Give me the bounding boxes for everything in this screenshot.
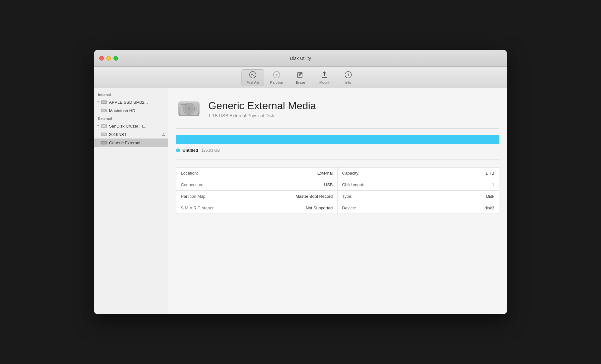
smart-label: S.M.A.R.T. status: xyxy=(181,206,214,210)
info-table: Location: External Capacity: 1 TB Connec… xyxy=(176,167,499,214)
main-content: Internal ▼ APPLE SSD SM02... xyxy=(94,88,507,314)
first-aid-label: First Aid xyxy=(246,81,259,84)
partition-map-label: Partition Map: xyxy=(181,194,207,199)
partition-map-value: Master Boot Record xyxy=(295,194,333,199)
device-label: Device: xyxy=(342,206,356,210)
window-title: Disk Utility xyxy=(290,56,311,61)
eject-icon[interactable]: ⏏ xyxy=(162,132,165,137)
2016nbt-label: 2016NBT xyxy=(109,132,127,137)
info-row-1: Location: External Capacity: 1 TB xyxy=(176,168,499,179)
info-icon xyxy=(344,71,352,80)
child-count-label: Child count: xyxy=(342,182,364,187)
macintosh-hd-label: Macintosh HD xyxy=(109,108,135,113)
svg-point-11 xyxy=(348,73,349,73)
info-cell-connection: Connection: USB xyxy=(176,179,338,190)
svg-point-15 xyxy=(105,102,106,102)
erase-icon xyxy=(297,71,304,80)
mount-icon xyxy=(320,71,328,80)
capacity-value: 1 TB xyxy=(486,171,494,176)
info-cell-child-count: Child count: 1 xyxy=(338,179,499,190)
usb-volume-icon xyxy=(101,132,107,137)
partition-label: Partition xyxy=(270,81,283,84)
connection-value: USB xyxy=(324,182,333,187)
connection-label: Connection: xyxy=(181,182,203,187)
info-cell-location: Location: External xyxy=(176,168,338,179)
smart-value: Not Supported xyxy=(306,206,333,210)
toolbar-mount-button[interactable]: Mount xyxy=(313,69,336,86)
title-bar: Disk Utility xyxy=(94,50,507,67)
type-value: Disk xyxy=(486,194,494,199)
toolbar-partition-button[interactable]: Partition xyxy=(265,69,288,86)
erase-label: Erase xyxy=(296,81,305,84)
usb-drive-icon xyxy=(101,123,107,129)
drive-icon xyxy=(101,100,107,105)
minimize-button[interactable] xyxy=(106,56,111,61)
internal-section-label: Internal xyxy=(94,91,168,98)
external-volume-icon xyxy=(101,140,107,145)
sidebar-item-2016nbt[interactable]: 2016NBT ⏏ xyxy=(94,130,168,139)
sidebar-item-generic-external[interactable]: Generic External... xyxy=(94,139,168,147)
info-row-4: S.M.A.R.T. status: Not Supported Device:… xyxy=(176,202,499,214)
partition-bar xyxy=(176,135,499,144)
info-cell-smart: S.M.A.R.T. status: Not Supported xyxy=(176,202,338,214)
location-value: External xyxy=(317,171,333,176)
disk-image xyxy=(176,96,202,122)
child-count-value: 1 xyxy=(492,182,494,187)
volume-icon xyxy=(101,108,107,113)
maximize-button[interactable] xyxy=(113,56,118,61)
svg-point-31 xyxy=(188,108,190,110)
toolbar: First Aid Partition xyxy=(94,67,507,88)
close-button[interactable] xyxy=(99,56,104,61)
device-value: disk3 xyxy=(485,206,494,210)
expand-triangle-sandisk-icon: ▼ xyxy=(97,125,99,128)
disk-header: Generic External Media 1 TB USB External… xyxy=(176,96,499,129)
sidebar-item-sandisk[interactable]: ▼ SanDisk Cruzer Fi... xyxy=(94,122,168,130)
partition-legend: Untitled 125.03 GB xyxy=(176,148,499,153)
expand-triangle-icon: ▼ xyxy=(97,101,99,104)
info-cell-capacity: Capacity: 1 TB xyxy=(338,168,499,179)
legend-dot xyxy=(176,148,180,152)
info-row-2: Connection: USB Child count: 1 xyxy=(176,179,499,191)
info-cell-partition-map: Partition Map: Master Boot Record xyxy=(176,191,338,202)
detail-panel: Generic External Media 1 TB USB External… xyxy=(168,88,507,314)
partition-section: Untitled 125.03 GB xyxy=(176,135,499,159)
partition-size: 125.03 GB xyxy=(201,148,220,153)
sandisk-label: SanDisk Cruzer Fi... xyxy=(109,124,146,129)
info-row-3: Partition Map: Master Boot Record Type: … xyxy=(176,191,499,202)
info-cell-device: Device: disk3 xyxy=(338,202,499,214)
window-controls xyxy=(99,56,118,61)
svg-rect-25 xyxy=(102,142,106,144)
info-label: Info xyxy=(345,81,351,84)
external-section-label: External xyxy=(94,115,168,122)
info-cell-type: Type: Disk xyxy=(338,191,499,202)
svg-point-18 xyxy=(105,110,106,111)
sidebar-item-macintosh-hd[interactable]: Macintosh HD xyxy=(94,106,168,115)
sidebar: Internal ▼ APPLE SSD SM02... xyxy=(94,88,168,314)
toolbar-info-button[interactable]: Info xyxy=(337,69,360,86)
disk-subtitle: 1 TB USB External Physical Disk xyxy=(208,113,316,118)
disk-info: Generic External Media 1 TB USB External… xyxy=(208,100,316,118)
mount-label: Mount xyxy=(320,81,330,84)
svg-rect-21 xyxy=(102,125,105,127)
capacity-label: Capacity: xyxy=(342,171,360,176)
disk-title: Generic External Media xyxy=(208,100,316,112)
location-label: Location: xyxy=(181,171,198,176)
partition-name: Untitled xyxy=(182,148,198,153)
partition-icon xyxy=(273,71,281,80)
svg-rect-32 xyxy=(195,107,197,110)
toolbar-first-aid-button[interactable]: First Aid xyxy=(241,69,264,86)
first-aid-icon xyxy=(249,71,257,80)
generic-external-label: Generic External... xyxy=(109,140,144,145)
svg-rect-23 xyxy=(102,133,106,135)
type-label: Type: xyxy=(342,194,352,199)
app-window: Disk Utility First Aid Partition xyxy=(94,50,507,314)
apple-ssd-label: APPLE SSD SM02... xyxy=(109,100,148,105)
toolbar-erase-button[interactable]: Erase xyxy=(289,69,312,86)
svg-rect-33 xyxy=(181,104,187,105)
sidebar-item-apple-ssd[interactable]: ▼ APPLE SSD SM02... xyxy=(94,98,168,106)
